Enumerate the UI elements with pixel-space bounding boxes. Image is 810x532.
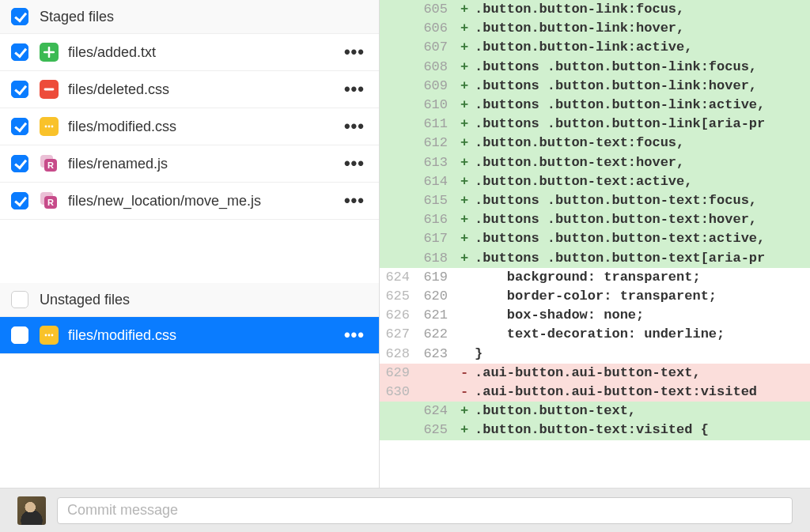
file-checkbox[interactable] [11,118,28,135]
diff-line: 609+.buttons .button.button-link:hover, [380,77,810,96]
diff-marker [456,306,473,325]
file-checkbox[interactable] [11,155,28,172]
unstaged-file-row[interactable]: files/modified.css••• [0,317,379,354]
diff-line: 616+.buttons .button.button-text:hover, [380,210,810,229]
diff-marker: + [456,172,473,191]
line-number-old: 626 [380,306,418,325]
avatar[interactable] [17,496,46,525]
line-number-old [380,115,418,134]
more-icon[interactable]: ••• [341,42,368,62]
diff-marker: - [456,364,473,383]
diff-line: 628623 } [380,345,810,364]
unstaged-header-checkbox[interactable] [11,291,28,308]
diff-code: .buttons .button.button-link:hover, [473,77,810,96]
line-number-new: 625 [418,421,456,440]
file-name-label: files/modified.css [68,327,341,344]
diff-marker: + [456,96,473,115]
diff-code: .button.button-text:focus, [473,134,810,153]
more-icon[interactable]: ••• [341,325,368,345]
file-checkbox[interactable] [11,326,28,344]
modified-icon [40,117,59,136]
diff-marker: + [456,134,473,153]
line-number-old [380,249,418,268]
modified-icon [40,326,59,345]
svg-point-2 [51,126,54,128]
diff-line: 615+.buttons .button.button-text:focus, [380,191,810,210]
line-number-new: 624 [418,402,456,421]
staged-header: Staged files [0,0,379,34]
diff-marker: + [456,210,473,229]
line-number-old [380,153,418,172]
line-number-old [380,38,418,57]
diff-code: .button.button-link:active, [473,38,810,57]
staged-header-checkbox[interactable] [11,8,28,25]
diff-code: .button.button-link:hover, [473,19,810,38]
line-number-new: 612 [418,134,456,153]
staged-file-row[interactable]: files/added.txt••• [0,34,379,71]
diff-panel[interactable]: 605+.button.button-link:focus,606+.butto… [380,0,810,488]
diff-line: 625+.button.button-text:visited { [380,421,810,440]
diff-line: 610+.buttons .button.button-link:active, [380,96,810,115]
svg-point-0 [45,126,47,128]
diff-code: .buttons .button.button-link[aria-pr [473,115,810,134]
line-number-new: 605 [418,0,456,19]
line-number-old [380,134,418,153]
more-icon[interactable]: ••• [341,79,368,100]
commit-message-input[interactable] [57,497,793,524]
more-icon[interactable]: ••• [341,191,368,211]
svg-point-10 [48,334,51,337]
staged-file-list: files/added.txt•••files/deleted.css•••fi… [0,34,379,220]
diff-line: 614+.button.button-text:active, [380,172,810,191]
diff-marker: - [456,383,473,402]
staged-file-row[interactable]: files/deleted.css••• [0,71,379,108]
line-number-old: 627 [380,325,418,344]
diff-marker: + [456,19,473,38]
diff-line: 627622 text-decoration: underline; [380,325,810,344]
diff-marker: + [456,0,473,19]
unstaged-header-label: Unstaged files [40,292,130,308]
more-icon[interactable]: ••• [341,116,368,137]
line-number-new: 619 [418,268,456,287]
staged-file-row[interactable]: files/modified.css••• [0,108,379,145]
file-checkbox[interactable] [11,192,28,209]
line-number-old [380,421,418,440]
line-number-new: 614 [418,172,456,191]
file-checkbox[interactable] [11,81,28,98]
line-number-new: 606 [418,19,456,38]
staged-file-row[interactable]: Rfiles/renamed.js••• [0,145,379,183]
file-name-label: files/modified.css [68,119,341,135]
svg-text:R: R [47,198,54,207]
diff-marker: + [456,77,473,96]
moved-icon: R [40,191,59,210]
line-number-new: 610 [418,96,456,115]
diff-line: 613+.button.button-text:hover, [380,153,810,172]
line-number-old [380,19,418,38]
line-number-new: 620 [418,287,456,306]
diff-line: 605+.button.button-link:focus, [380,0,810,19]
line-number-old: 624 [380,268,418,287]
diff-line: 611+.buttons .button.button-link[aria-pr [380,115,810,134]
line-number-old [380,191,418,210]
diff-marker: + [456,402,473,421]
line-number-new [418,364,456,383]
commit-bar [0,488,810,532]
diff-line: 626621 box-shadow: none; [380,306,810,325]
line-number-new: 608 [418,58,456,77]
svg-text:R: R [47,160,54,170]
line-number-old: 629 [380,364,418,383]
diff-marker [456,287,473,306]
diff-code: text-decoration: underline; [473,325,810,344]
file-checkbox[interactable] [11,43,28,61]
diff-marker: + [456,58,473,77]
line-number-new: 607 [418,38,456,57]
line-number-old [380,229,418,248]
diff-marker: + [456,191,473,210]
more-icon[interactable]: ••• [341,153,368,174]
staged-file-row[interactable]: Rfiles/new_location/move_me.js••• [0,183,379,220]
line-number-new: 616 [418,210,456,229]
line-number-old [380,402,418,421]
line-number-old [380,210,418,229]
diff-code: .button.button-text:active, [473,172,810,191]
file-name-label: files/renamed.js [68,156,341,172]
line-number-new: 609 [418,77,456,96]
